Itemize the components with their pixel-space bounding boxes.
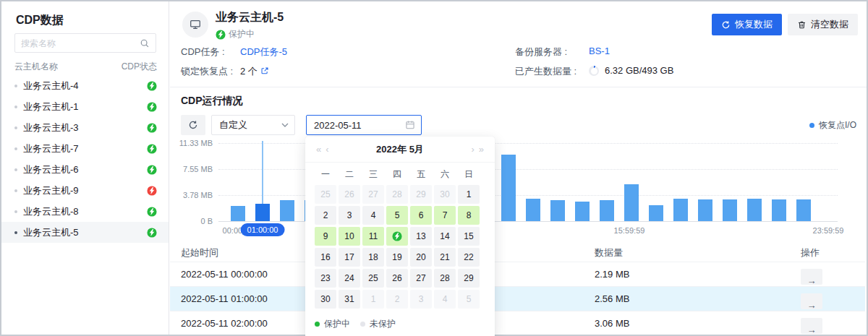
sidebar-item-业务云主机-5[interactable]: 业务云主机-5 — [1, 222, 169, 243]
sidebar-item-业务云主机-6[interactable]: 业务云主机-6 — [1, 159, 169, 180]
calendar-day[interactable]: 1 — [362, 290, 384, 309]
calendar-day[interactable]: 2 — [315, 206, 336, 225]
row-detail-button[interactable]: → — [801, 293, 822, 309]
calendar-day[interactable]: 27 — [362, 185, 384, 204]
chart-bar-21:00:00[interactable] — [747, 199, 762, 221]
legend-dot-icon — [809, 123, 814, 128]
chart-bar-17:00:00[interactable] — [649, 205, 663, 221]
calendar-day[interactable]: 17 — [339, 248, 360, 267]
chart-bar-19:00:00[interactable] — [698, 199, 712, 221]
locked-points-label: 锁定恢复点 : — [181, 65, 233, 78]
table-row[interactable]: 2022-05-11 02:00:002022-05-11 02:59:593.… — [170, 311, 865, 335]
next-year-button[interactable]: » — [477, 144, 486, 155]
table-row[interactable]: 2022-05-11 01:00:002.56 MB→ — [170, 286, 865, 311]
calendar-day[interactable]: 19 — [386, 248, 408, 267]
sidebar-item-业务云主机-4[interactable]: 业务云主机-4 — [1, 75, 169, 96]
calendar-day[interactable]: 30 — [315, 290, 336, 309]
clear-data-button[interactable]: 清空数据 — [788, 14, 858, 35]
vm-avatar — [182, 12, 208, 38]
sidebar-item-业务云主机-8[interactable]: 业务云主机-8 — [1, 201, 169, 222]
calendar-day[interactable]: 8 — [458, 206, 480, 225]
chart-bar-23:00:00[interactable] — [796, 199, 811, 221]
chart-bar-01:00:00[interactable] — [255, 204, 270, 221]
calendar-day[interactable]: 26 — [339, 185, 360, 204]
calendar-day[interactable]: 1 — [458, 185, 480, 204]
calendar-day[interactable]: 30 — [434, 185, 456, 204]
chart-bar-13:00:00[interactable] — [550, 200, 565, 221]
calendar-day-today[interactable] — [386, 227, 408, 246]
table-row[interactable]: 2022-05-11 00:00:002.19 MB→ — [170, 262, 865, 286]
calendar-day[interactable]: 27 — [410, 269, 432, 288]
calendar-day[interactable]: 24 — [339, 269, 360, 288]
calendar-day[interactable]: 20 — [410, 248, 432, 267]
chart-bar-20:00:00[interactable] — [723, 199, 737, 221]
search-box[interactable] — [14, 33, 156, 53]
weekday-label: 三 — [362, 168, 384, 181]
data-volume-label: 已产生数据量 : — [515, 65, 576, 78]
date-input[interactable] — [314, 120, 405, 131]
calendar-day[interactable]: 5 — [458, 290, 480, 309]
calendar-day[interactable]: 23 — [315, 269, 336, 288]
external-link-icon[interactable] — [260, 66, 269, 77]
next-month-button[interactable]: › — [469, 144, 476, 155]
calendar-day[interactable]: 6 — [410, 206, 432, 225]
calendar-day[interactable]: 25 — [362, 269, 384, 288]
calendar-day[interactable]: 13 — [410, 227, 432, 246]
date-picker-input[interactable] — [306, 115, 422, 135]
chart-bar-11:00:00[interactable] — [501, 155, 516, 221]
weekday-label: 日 — [458, 168, 480, 181]
calendar-day[interactable]: 22 — [458, 248, 480, 267]
prev-year-button[interactable]: « — [314, 144, 323, 155]
section-title: CDP运行情况 — [181, 95, 243, 108]
prev-month-button[interactable]: ‹ — [323, 144, 331, 155]
row-detail-button[interactable]: → — [801, 269, 822, 285]
calendar-day[interactable]: 11 — [362, 227, 384, 246]
cdp-task-link[interactable]: CDP任务-5 — [240, 46, 287, 59]
cell-data-size: 3.06 MB — [595, 318, 629, 329]
chart-bar-18:00:00[interactable] — [673, 199, 688, 221]
sidebar-item-业务云主机-9[interactable]: 业务云主机-9 — [1, 180, 169, 201]
calendar-day[interactable]: 29 — [410, 185, 432, 204]
calendar-day[interactable]: 29 — [458, 269, 480, 288]
calendar-day[interactable]: 9 — [315, 227, 336, 246]
bullet-icon — [14, 85, 17, 87]
calendar-day[interactable]: 5 — [386, 206, 408, 225]
calendar-day[interactable]: 2 — [386, 290, 408, 309]
sidebar-item-业务云主机-7[interactable]: 业务云主机-7 — [1, 138, 169, 159]
calendar-day[interactable]: 28 — [386, 185, 408, 204]
range-select[interactable]: 自定义 — [211, 115, 295, 135]
chart-bar-00:00:00[interactable] — [231, 206, 245, 221]
calendar-day[interactable]: 3 — [410, 290, 432, 309]
x-axis-selected-label[interactable]: 01:00:00 — [241, 223, 285, 236]
calendar-day[interactable]: 10 — [339, 227, 360, 246]
data-volume-value: 6.32 GB/493 GB — [605, 65, 673, 76]
calendar-day[interactable]: 16 — [315, 248, 336, 267]
chart-bar-22:00:00[interactable] — [772, 199, 786, 221]
x-axis-tick: 15:59:59 — [614, 226, 645, 235]
calendar-day[interactable]: 4 — [362, 206, 384, 225]
calendar-day[interactable]: 26 — [386, 269, 408, 288]
chart-bar-02:00:00[interactable] — [280, 200, 294, 221]
calendar-day[interactable]: 25 — [315, 185, 336, 204]
calendar-day[interactable]: 14 — [434, 227, 456, 246]
chart-bar-16:00:00[interactable] — [624, 184, 639, 221]
chart-bar-14:00:00[interactable] — [575, 202, 590, 221]
restore-data-button[interactable]: 恢复数据 — [712, 14, 782, 35]
backup-server-link[interactable]: BS-1 — [589, 46, 610, 56]
calendar-day[interactable]: 21 — [434, 248, 456, 267]
sidebar-item-业务云主机-3[interactable]: 业务云主机-3 — [1, 117, 169, 138]
row-detail-button[interactable]: → — [801, 318, 822, 334]
page-title: 业务云主机-5 — [216, 10, 284, 25]
calendar-day[interactable]: 15 — [458, 227, 480, 246]
calendar-day[interactable]: 31 — [339, 290, 360, 309]
search-input[interactable] — [21, 38, 140, 48]
chart-bar-12:00:00[interactable] — [526, 199, 540, 221]
calendar-day[interactable]: 7 — [434, 206, 456, 225]
calendar-day[interactable]: 28 — [434, 269, 456, 288]
calendar-day[interactable]: 18 — [362, 248, 384, 267]
refresh-chart-button[interactable] — [181, 115, 205, 135]
chart-bar-15:00:00[interactable] — [600, 200, 614, 221]
sidebar-item-业务云主机-1[interactable]: 业务云主机-1 — [1, 96, 169, 117]
calendar-day[interactable]: 4 — [434, 290, 456, 309]
calendar-day[interactable]: 3 — [339, 206, 360, 225]
